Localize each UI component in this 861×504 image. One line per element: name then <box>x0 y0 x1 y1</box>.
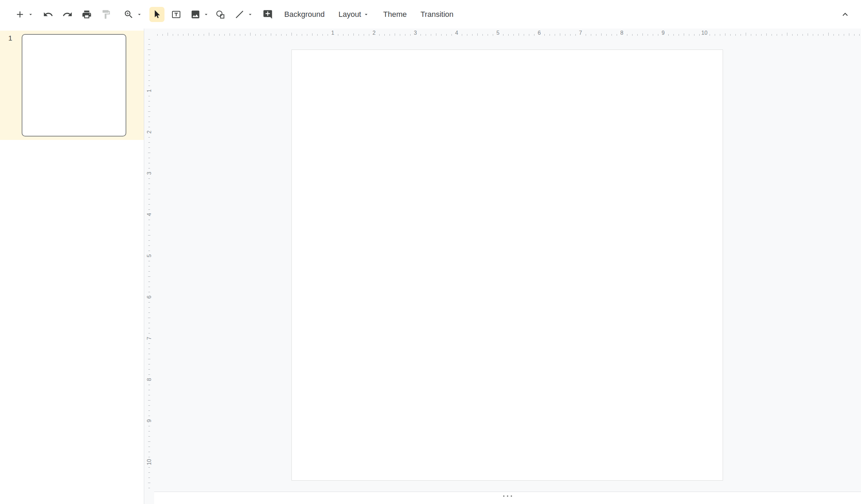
insert-shape-button[interactable] <box>213 7 228 22</box>
theme-button-label: Theme <box>383 10 406 19</box>
main-area: 1 12345678910 12345678910 <box>0 29 861 504</box>
slide-filmstrip: 1 <box>0 29 144 504</box>
magnifier-plus-icon <box>124 9 134 20</box>
ruler-number: 1 <box>331 29 334 37</box>
slide-thumbnail[interactable] <box>22 34 126 136</box>
undo-button[interactable] <box>41 7 56 22</box>
background-button-label: Background <box>284 10 325 19</box>
vertical-ruler[interactable]: 12345678910 <box>144 37 154 492</box>
zoom-button[interactable] <box>121 7 136 22</box>
chevron-down-icon <box>28 11 34 18</box>
presentation-editor: Background Layout Theme Transition 1 123… <box>0 0 861 504</box>
ruler-number: 8 <box>620 29 624 37</box>
cursor-arrow-icon <box>152 9 162 20</box>
background-button[interactable]: Background <box>278 7 331 22</box>
zoom-dropdown[interactable] <box>136 7 143 22</box>
redo-button[interactable] <box>60 7 75 22</box>
ruler-number: 8 <box>146 375 152 385</box>
transition-button-label: Transition <box>421 10 454 19</box>
chevron-down-icon <box>363 11 369 18</box>
slide-number: 1 <box>8 34 12 42</box>
ruler-number: 9 <box>662 29 665 37</box>
theme-button[interactable]: Theme <box>377 7 413 22</box>
select-tool-button[interactable] <box>149 7 164 22</box>
ruler-number: 3 <box>414 29 417 37</box>
ruler-number: 2 <box>146 127 152 137</box>
ruler-number: 9 <box>146 416 152 426</box>
ruler-number: 6 <box>146 292 152 302</box>
insert-image-button[interactable] <box>188 7 203 22</box>
ruler-number: 3 <box>146 168 152 178</box>
ruler-number: 4 <box>455 29 458 37</box>
drag-dot <box>511 495 512 497</box>
slide-canvas[interactable] <box>291 50 723 481</box>
redo-icon <box>62 9 73 20</box>
shapes-icon <box>215 9 225 20</box>
chevron-down-icon <box>247 11 253 18</box>
chevron-up-icon <box>840 9 850 20</box>
ruler-number: 5 <box>497 29 500 37</box>
drag-dots-icon <box>503 495 512 497</box>
print-button[interactable] <box>79 7 94 22</box>
chevron-down-icon <box>136 11 142 18</box>
layout-button-label: Layout <box>338 10 361 19</box>
insert-image-dropdown[interactable] <box>202 7 210 22</box>
ruler-number: 7 <box>146 333 152 343</box>
paint-format-button[interactable] <box>98 7 114 22</box>
layout-button[interactable]: Layout <box>332 7 375 22</box>
transition-button[interactable]: Transition <box>414 7 460 22</box>
slide-thumbnail-item[interactable]: 1 <box>0 31 144 140</box>
image-icon <box>190 9 201 20</box>
main-toolbar: Background Layout Theme Transition <box>0 0 861 29</box>
ruler-number: 10 <box>146 457 152 467</box>
print-icon <box>82 9 92 20</box>
insert-line-button[interactable] <box>232 7 247 22</box>
ruler-number: 7 <box>579 29 582 37</box>
chevron-down-icon <box>203 11 209 18</box>
ruler-number: 10 <box>701 29 708 37</box>
comment-plus-icon <box>263 9 273 20</box>
ruler-number: 6 <box>538 29 541 37</box>
horizontal-ruler[interactable]: 12345678910 <box>154 29 861 37</box>
undo-icon <box>43 9 53 20</box>
plus-icon <box>15 9 25 20</box>
notes-resize-handle[interactable] <box>154 492 861 504</box>
canvas-row: 12345678910 <box>144 37 861 492</box>
ruler-number: 1 <box>146 86 152 96</box>
ruler-number: 2 <box>373 29 376 37</box>
new-slide-dropdown[interactable] <box>27 7 34 22</box>
ruler-number: 4 <box>146 210 152 220</box>
drag-dot <box>503 495 504 497</box>
editor-column: 12345678910 12345678910 <box>144 29 861 504</box>
canvas-area[interactable] <box>154 37 861 492</box>
drag-dot <box>507 495 508 497</box>
text-box-button[interactable] <box>169 7 184 22</box>
insert-comment-button[interactable] <box>260 7 275 22</box>
insert-line-dropdown[interactable] <box>246 7 254 22</box>
text-box-icon <box>171 9 181 20</box>
ruler-number: 5 <box>146 251 152 261</box>
hide-menus-button[interactable] <box>838 7 853 22</box>
new-slide-button[interactable] <box>12 7 28 22</box>
line-icon <box>234 9 245 20</box>
paint-roller-icon <box>101 9 111 20</box>
